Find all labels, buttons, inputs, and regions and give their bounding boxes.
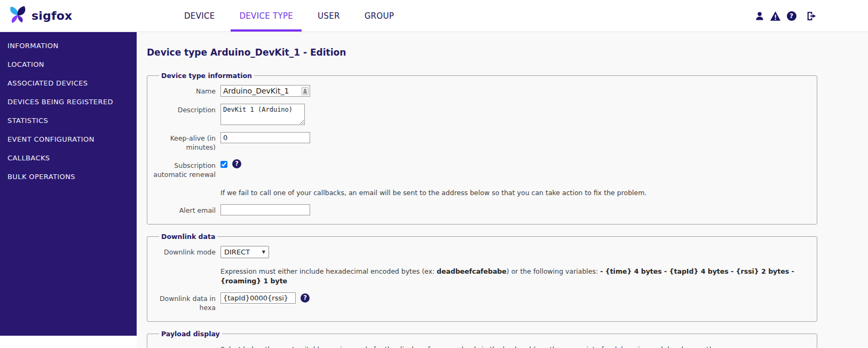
sidebar-item-event-configuration[interactable]: EVENT CONFIGURATION — [0, 130, 137, 149]
keepalive-input[interactable] — [220, 132, 310, 143]
alert-email-input[interactable] — [220, 204, 310, 215]
subscription-checkbox[interactable] — [220, 161, 227, 168]
payload-parsing-note: Select below the most suitable parsing m… — [220, 343, 712, 348]
tab-user[interactable]: USER — [309, 0, 349, 32]
help-icon[interactable]: ? — [786, 10, 797, 21]
payload-legend: Payload display — [159, 330, 222, 338]
brand-name: sigfox — [31, 9, 72, 22]
sidebar: INFORMATION LOCATION ASSOCIATED DEVICES … — [0, 32, 137, 336]
top-header: sigfox DEVICE DEVICE TYPE USER GROUP — [0, 0, 868, 32]
sidebar-item-associated-devices[interactable]: ASSOCIATED DEVICES — [0, 74, 137, 92]
primary-nav: DEVICE DEVICE TYPE USER GROUP — [172, 0, 406, 32]
downlink-expression-note: Expression must either include hexadecim… — [220, 265, 812, 285]
autofill-icon[interactable] — [302, 87, 309, 95]
sidebar-item-information[interactable]: INFORMATION — [0, 36, 137, 55]
tab-device-type[interactable]: DEVICE TYPE — [231, 0, 302, 32]
sidebar-item-callbacks[interactable]: CALLBACKS — [0, 149, 137, 167]
downlink-mode-label: Downlink mode — [152, 246, 216, 257]
name-input[interactable] — [220, 85, 310, 97]
subscription-label: Subscription automatic renewal — [152, 159, 216, 180]
keepalive-label: Keep-alive (in minutes) — [152, 132, 216, 152]
header-icons: ? — [754, 10, 817, 21]
warning-icon[interactable] — [770, 10, 781, 21]
sidebar-item-devices-being-registered[interactable]: DEVICES BEING REGISTERED — [0, 92, 137, 111]
name-label: Name — [152, 85, 216, 96]
tab-group[interactable]: GROUP — [356, 0, 403, 32]
device-info-fieldset: Device type information Name Description… — [147, 72, 817, 225]
main-content: Device type Arduino_DevKit_1 - Edition D… — [137, 32, 868, 348]
alert-email-note: If we fail to call one of your callbacks… — [220, 187, 646, 198]
description-textarea[interactable]: DevKit 1 (Arduino) — [220, 104, 305, 125]
downlink-mode-select[interactable]: DIRECT ▼ — [220, 246, 269, 258]
tab-device[interactable]: DEVICE — [176, 0, 223, 32]
sigfox-logo[interactable]: sigfox — [6, 5, 86, 27]
user-icon[interactable] — [754, 10, 765, 21]
chevron-down-icon: ▼ — [262, 250, 265, 254]
page-title: Device type Arduino_DevKit_1 - Edition — [147, 47, 817, 58]
sidebar-item-location[interactable]: LOCATION — [0, 55, 137, 74]
downlink-hexa-input[interactable] — [220, 292, 296, 304]
description-label: Description — [152, 104, 216, 115]
sidebar-item-bulk-operations[interactable]: BULK OPERATIONS — [0, 167, 137, 186]
logout-icon[interactable] — [806, 10, 817, 21]
device-info-legend: Device type information — [159, 72, 254, 80]
alert-email-label: Alert email — [152, 204, 216, 215]
payload-fieldset: Payload display Select below the most su… — [147, 330, 817, 348]
butterfly-logo-icon — [6, 5, 28, 27]
downlink-fieldset: Downlink data Downlink mode DIRECT ▼ Exp… — [147, 233, 817, 322]
subscription-help-icon[interactable]: ? — [232, 159, 241, 168]
sidebar-item-statistics[interactable]: STATISTICS — [0, 111, 137, 130]
downlink-legend: Downlink data — [159, 233, 217, 241]
downlink-hexa-label: Downlink data in hexa — [152, 292, 216, 313]
app-window: sigfox DEVICE DEVICE TYPE USER GROUP — [0, 0, 868, 348]
downlink-hexa-help-icon[interactable]: ? — [301, 293, 310, 303]
